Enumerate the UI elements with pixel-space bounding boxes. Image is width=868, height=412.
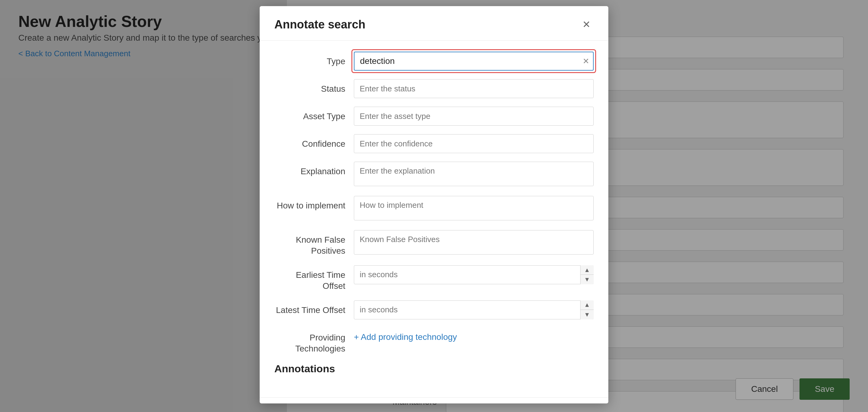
- known-false-positives-textarea[interactable]: [354, 230, 594, 254]
- known-false-positives-control-wrap: [354, 230, 594, 256]
- modal-body: Type ✕ Status Asset Type: [260, 41, 608, 394]
- earliest-time-increment-button[interactable]: ▲: [581, 265, 594, 275]
- type-clear-button[interactable]: ✕: [583, 57, 589, 66]
- known-false-positives-field-row: Known False Positives: [274, 230, 594, 257]
- earliest-time-offset-field-row: Earliest Time Offset ▲ ▼: [274, 265, 594, 292]
- earliest-time-offset-label: Earliest Time Offset: [274, 265, 354, 292]
- asset-type-input[interactable]: [354, 107, 594, 126]
- modal-footer: Cancel Save: [260, 397, 608, 404]
- modal-title: Annotate search: [274, 18, 366, 31]
- asset-type-label: Asset Type: [274, 107, 354, 122]
- add-providing-technology-button[interactable]: + Add providing technology: [354, 328, 457, 346]
- asset-type-control-wrap: [354, 107, 594, 126]
- earliest-time-decrement-button[interactable]: ▼: [581, 275, 594, 284]
- latest-time-offset-field-row: Latest Time Offset ▲ ▼: [274, 301, 594, 319]
- confidence-control-wrap: [354, 134, 594, 153]
- latest-time-decrement-button[interactable]: ▼: [581, 310, 594, 319]
- status-input[interactable]: [354, 79, 594, 98]
- latest-time-increment-button[interactable]: ▲: [581, 301, 594, 310]
- type-label: Type: [274, 52, 354, 67]
- how-to-implement-control-wrap: [354, 196, 594, 221]
- latest-time-offset-label: Latest Time Offset: [274, 301, 354, 316]
- how-to-implement-textarea[interactable]: [354, 196, 594, 220]
- earliest-time-offset-control-wrap: ▲ ▼: [354, 265, 594, 284]
- known-false-positives-label: Known False Positives: [274, 230, 354, 257]
- annotations-section-title: Annotations: [274, 363, 594, 375]
- asset-type-field-row: Asset Type: [274, 107, 594, 126]
- earliest-time-spinner-wrap: ▲ ▼: [354, 265, 594, 284]
- latest-time-spinner-wrap: ▲ ▼: [354, 301, 594, 319]
- explanation-label: Explanation: [274, 162, 354, 177]
- latest-time-spinner-buttons: ▲ ▼: [580, 301, 594, 319]
- earliest-time-input[interactable]: [354, 265, 594, 284]
- explanation-control-wrap: [354, 162, 594, 187]
- latest-time-offset-control-wrap: ▲ ▼: [354, 301, 594, 319]
- how-to-implement-label: How to implement: [274, 196, 354, 211]
- modal-header: Annotate search ✕: [260, 6, 608, 41]
- type-input[interactable]: [354, 52, 594, 71]
- status-control-wrap: [354, 79, 594, 98]
- latest-time-input[interactable]: [354, 301, 594, 319]
- explanation-textarea[interactable]: [354, 162, 594, 186]
- explanation-field-row: Explanation: [274, 162, 594, 187]
- modal-close-button[interactable]: ✕: [579, 17, 594, 32]
- providing-technologies-field-row: Providing Technologies + Add providing t…: [274, 328, 594, 354]
- type-input-wrap: ✕: [354, 52, 594, 71]
- status-label: Status: [274, 79, 354, 95]
- status-field-row: Status: [274, 79, 594, 98]
- confidence-input[interactable]: [354, 134, 594, 153]
- modal-overlay: Annotate search ✕ Type ✕ Status: [0, 0, 868, 412]
- earliest-time-spinner-buttons: ▲ ▼: [580, 265, 594, 284]
- confidence-field-row: Confidence: [274, 134, 594, 153]
- type-field-row: Type ✕: [274, 52, 594, 71]
- providing-technologies-control-wrap: + Add providing technology: [354, 328, 594, 346]
- confidence-label: Confidence: [274, 134, 354, 149]
- type-control-wrap: ✕: [354, 52, 594, 71]
- how-to-implement-field-row: How to implement: [274, 196, 594, 221]
- annotate-search-modal: Annotate search ✕ Type ✕ Status: [260, 6, 608, 404]
- providing-technologies-label: Providing Technologies: [274, 328, 354, 354]
